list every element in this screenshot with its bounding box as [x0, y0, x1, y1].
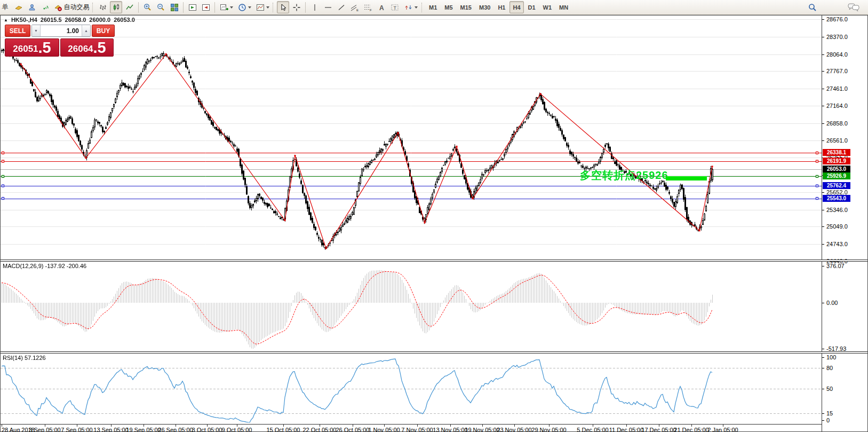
- line-chart-button[interactable]: [123, 1, 136, 13]
- shapes-button[interactable]: [402, 1, 420, 13]
- crosshair-icon: [292, 3, 301, 12]
- market-button[interactable]: [26, 1, 38, 13]
- periods-button[interactable]: [236, 1, 253, 13]
- tab-timeframe-mn[interactable]: MN: [556, 1, 571, 13]
- time-axis[interactable]: 28 Aug 20183 Sep 05:007 Sep 05:0013 Sep …: [1, 424, 822, 431]
- date-label: 19 Nov 05:00: [465, 427, 499, 432]
- macd-scale-tick: [822, 303, 824, 303]
- svg-text:T: T: [393, 5, 396, 10]
- svg-text:F: F: [370, 9, 372, 12]
- cursor-icon: [279, 3, 288, 12]
- horizontal-line-icon: [324, 3, 332, 12]
- add-indicator-icon: [220, 3, 228, 12]
- date-label: 5 Dec 05:00: [577, 427, 608, 432]
- macd-window-separator[interactable]: [1, 260, 867, 262]
- candlestick-chart-button[interactable]: [110, 1, 122, 13]
- crosshair-button[interactable]: [290, 1, 302, 13]
- macd-canvas[interactable]: [1, 262, 822, 351]
- vertical-line-icon: [310, 3, 319, 12]
- candlestick-chart-icon: [112, 3, 121, 12]
- price-tick-label: 28676.0: [826, 16, 848, 22]
- chart-header: ▲ HK50-,H4 26015.5 26058.0 26000.0 26053…: [4, 16, 135, 23]
- chart-shift-icon: [202, 3, 210, 12]
- ohlc-open: 26015.5: [41, 17, 62, 23]
- volume-value[interactable]: 1.00: [41, 25, 82, 36]
- zoom-out-button[interactable]: [155, 1, 167, 13]
- date-label: 21 Dec 05:00: [674, 427, 708, 432]
- vertical-line-button[interactable]: [308, 1, 321, 13]
- sell-price-button[interactable]: 26051.5: [5, 38, 59, 57]
- sell-price-frac: .5: [38, 40, 51, 55]
- indicators-button[interactable]: [218, 1, 235, 13]
- bar-chart-button[interactable]: [97, 1, 109, 13]
- price-tick-label: 26561.0: [826, 137, 848, 144]
- horizontal-line-button[interactable]: [322, 1, 334, 13]
- rsi-scale-label: 100: [826, 354, 836, 360]
- toolbar-separator: [305, 2, 306, 13]
- date-label: 7 Nov 05:00: [401, 427, 433, 432]
- volume-decrease-button[interactable]: ▼: [32, 25, 41, 36]
- channel-button[interactable]: E: [348, 1, 361, 13]
- price-tick-label: 24743.0: [826, 241, 848, 247]
- rsi-window-separator[interactable]: [1, 351, 867, 354]
- price-level-box: 26338.1: [823, 149, 850, 156]
- toolbar-separator: [214, 2, 215, 13]
- template-icon: [256, 3, 265, 12]
- macd-scale-tick: [822, 266, 824, 266]
- trendline-button[interactable]: [335, 1, 347, 13]
- date-label: 19 Sep 05:00: [126, 427, 161, 432]
- price-tick-label: 28064.0: [826, 51, 848, 58]
- chart-shift-button[interactable]: [200, 1, 212, 13]
- main-chart-canvas[interactable]: [1, 15, 822, 260]
- buy-price-button[interactable]: 26064.5: [60, 38, 114, 57]
- dropdown-caret: [230, 6, 233, 9]
- price-tick-label: 28370.0: [826, 34, 848, 40]
- signals-button[interactable]: [39, 1, 51, 13]
- toolbar: 单 自动交易: [0, 0, 868, 15]
- tab-timeframe-h1[interactable]: H1: [495, 1, 508, 13]
- date-label: 9 Oct 05:00: [222, 427, 252, 432]
- text-button[interactable]: A: [375, 1, 387, 13]
- rsi-scale-tick: [822, 389, 824, 389]
- buy-price-frac: .5: [93, 40, 106, 55]
- zoom-in-button[interactable]: [141, 1, 154, 13]
- tab-timeframe-d1[interactable]: D1: [525, 1, 539, 13]
- trade-panel-toggle[interactable]: ▲: [4, 18, 8, 22]
- macd-scale-label: 376.07: [826, 263, 845, 269]
- autotrading-button[interactable]: 自动交易: [52, 1, 91, 13]
- date-label: 15 Oct 05:00: [267, 427, 300, 432]
- tab-timeframe-m1[interactable]: M1: [426, 1, 440, 13]
- tab-timeframe-m30[interactable]: M30: [476, 1, 493, 13]
- price-axis[interactable]: 28676.028370.028064.027767.027461.027164…: [822, 15, 867, 431]
- tab-timeframe-w1[interactable]: W1: [540, 1, 555, 13]
- tab-timeframe-m15[interactable]: M15: [457, 1, 475, 13]
- cursor-button[interactable]: [277, 1, 289, 13]
- rsi-canvas[interactable]: [1, 354, 822, 424]
- buy-button[interactable]: BUY: [92, 25, 115, 37]
- sell-button[interactable]: SELL: [5, 25, 30, 37]
- search-button[interactable]: [806, 1, 818, 13]
- tile-windows-button[interactable]: [168, 1, 180, 13]
- price-tick-label: 27164.0: [826, 103, 848, 109]
- price-tick-mark: [822, 244, 824, 245]
- price-level-box: 25762.4: [823, 182, 850, 189]
- label-button[interactable]: T: [388, 1, 401, 13]
- fibonacci-button[interactable]: F: [362, 1, 374, 13]
- one-click-trading-panel: SELL ▼ 1.00 ▲ BUY 26051.5 26064.5: [5, 25, 115, 57]
- price-tick-mark: [822, 106, 824, 106]
- tab-timeframe-m5[interactable]: M5: [441, 1, 456, 13]
- search-icon: [808, 3, 817, 12]
- volume-increase-button[interactable]: ▲: [82, 25, 90, 36]
- tab-timeframe-h4[interactable]: H4: [509, 1, 523, 13]
- new-order-button[interactable]: 单: [0, 1, 11, 13]
- metaeditor-button[interactable]: [12, 1, 25, 13]
- auto-scroll-button[interactable]: [186, 1, 198, 13]
- price-tick-label: 25346.0: [826, 207, 848, 213]
- date-label: 3 Sep 05:00: [29, 427, 60, 432]
- chart-window: ▲ HK50-,H4 26015.5 26058.0 26000.0 26053…: [0, 15, 868, 432]
- templates-button[interactable]: [254, 1, 271, 13]
- rsi-scale-label: 80: [826, 365, 833, 371]
- autotrading-label: 自动交易: [64, 3, 90, 12]
- chat-button[interactable]: [847, 1, 860, 13]
- buy-price-main: 26064: [68, 43, 93, 55]
